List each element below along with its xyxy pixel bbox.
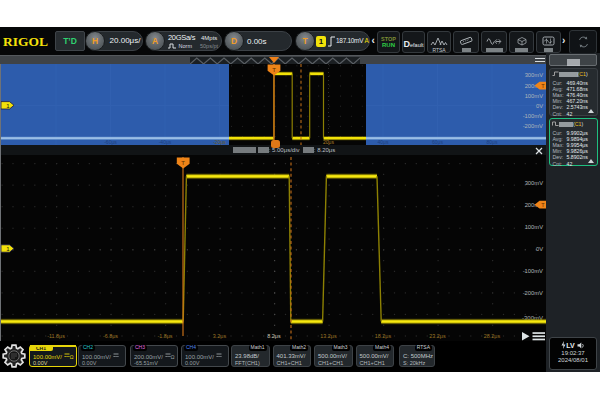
svg-text:-1.8μs: -1.8μs xyxy=(157,333,172,339)
svg-text:23.2μs: 23.2μs xyxy=(429,333,446,339)
svg-text:8.2μs: 8.2μs xyxy=(267,333,281,339)
svg-text:28.2μs: 28.2μs xyxy=(484,333,501,339)
svg-text:13.2μs: 13.2μs xyxy=(320,333,337,339)
svg-text:-200mV: -200mV xyxy=(523,123,543,129)
svg-text:T: T xyxy=(272,67,276,73)
svg-text:T: T xyxy=(181,160,185,166)
svg-text:300mV: 300mV xyxy=(525,72,544,78)
svg-text:100mV: 100mV xyxy=(525,224,544,230)
svg-text:300mV: 300mV xyxy=(525,180,544,186)
svg-text:-40μs: -40μs xyxy=(159,139,172,145)
svg-text:0V: 0V xyxy=(536,246,543,252)
svg-text:80μs: 80μs xyxy=(487,139,498,145)
svg-text:0V: 0V xyxy=(536,103,543,109)
svg-text:-200mV: -200mV xyxy=(523,290,543,296)
svg-text:60μs: 60μs xyxy=(432,139,443,145)
svg-text:18.2μs: 18.2μs xyxy=(375,333,392,339)
svg-text:-6.8μs: -6.8μs xyxy=(103,333,118,339)
svg-text:-11.8μs: -11.8μs xyxy=(47,333,65,339)
svg-text:-60μs: -60μs xyxy=(104,139,117,145)
svg-text:3.2μs: 3.2μs xyxy=(213,333,227,339)
svg-text:-100mV: -100mV xyxy=(523,268,543,274)
svg-text:-100mV: -100mV xyxy=(523,113,543,119)
svg-text:40μs: 40μs xyxy=(378,139,389,145)
svg-text:100mV: 100mV xyxy=(525,93,544,99)
svg-text:-20μs: -20μs xyxy=(213,139,226,145)
